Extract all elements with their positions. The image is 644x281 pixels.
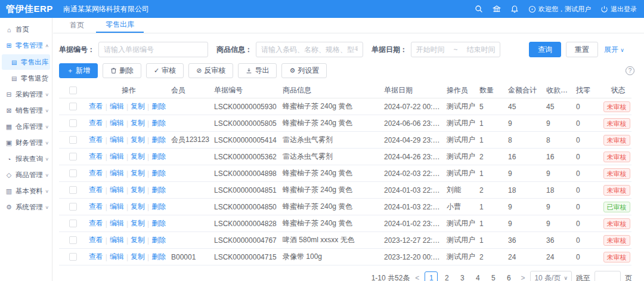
search-icon[interactable] (475, 5, 483, 13)
sidebar-item-基本资料[interactable]: ▥基本资料∨ (0, 183, 52, 199)
bill-no-input[interactable] (98, 42, 208, 57)
sidebar-item-零售管理[interactable]: ⊞零售管理∧ (0, 38, 52, 54)
help-icon[interactable]: ? (626, 66, 634, 75)
row-action-copy[interactable]: 复制 (131, 135, 145, 145)
sidebar-item-商品管理[interactable]: ◇商品管理∨ (0, 167, 52, 183)
product-info-input[interactable] (256, 42, 363, 57)
row-action-view[interactable]: 查看 (89, 135, 103, 145)
row-checkbox[interactable] (69, 103, 77, 110)
row-action-view[interactable]: 查看 (89, 202, 103, 212)
action-separator: | (106, 169, 107, 178)
row-qty: 1 (476, 169, 505, 178)
row-action-delete[interactable]: 删除 (151, 135, 166, 145)
jump-page-input[interactable] (595, 271, 621, 281)
add-button[interactable]: ＋ 新增 (59, 63, 98, 78)
user-welcome[interactable]: 欢迎您，测试用户 (528, 5, 591, 14)
row-action-view[interactable]: 查看 (89, 252, 103, 262)
row-action-copy[interactable]: 复制 (131, 101, 145, 112)
row-action-view[interactable]: 查看 (89, 101, 103, 112)
sidebar-item-销售管理[interactable]: ⊠销售管理∨ (0, 103, 52, 119)
row-action-copy[interactable]: 复制 (131, 118, 145, 128)
row-checkbox[interactable] (69, 169, 77, 177)
row-action-edit[interactable]: 编辑 (110, 235, 124, 245)
row-checkbox[interactable] (69, 236, 77, 244)
sidebar-item-首页[interactable]: ⌂首页 (0, 21, 52, 38)
sidebar-subitem-零售出库[interactable]: ▤零售出库 (2, 54, 50, 70)
row-action-view[interactable]: 查看 (89, 118, 103, 128)
expand-toggle[interactable]: 展开 ∨ (604, 45, 624, 55)
row-checkbox[interactable] (69, 136, 77, 144)
sidebar-item-仓库管理[interactable]: ▦仓库管理∨ (0, 119, 52, 135)
row-action-delete[interactable]: 删除 (151, 168, 166, 178)
row-action-copy[interactable]: 复制 (131, 152, 145, 162)
page-number-4[interactable]: 4 (471, 271, 484, 281)
row-checkbox[interactable] (69, 186, 77, 194)
delete-button[interactable]: 删除 (103, 63, 141, 78)
warehouse-icon: ▦ (5, 123, 13, 131)
row-action-edit[interactable]: 编辑 (110, 202, 124, 212)
row-action-view[interactable]: 查看 (89, 152, 103, 162)
row-action-delete[interactable]: 删除 (151, 101, 166, 112)
row-action-delete[interactable]: 删除 (151, 202, 166, 212)
bell-icon[interactable] (510, 5, 519, 13)
page-size-select[interactable]: 10 条/页 ∨ (530, 271, 572, 281)
export-button[interactable]: 导出 (238, 63, 277, 78)
row-action-delete[interactable]: 删除 (151, 118, 166, 128)
page-number-1[interactable]: 1 (425, 271, 438, 281)
search-button[interactable]: 查询 (529, 42, 561, 57)
row-action-edit[interactable]: 编辑 (110, 118, 124, 128)
tab-home[interactable]: 首页 (60, 18, 94, 33)
row-action-copy[interactable]: 复制 (131, 218, 145, 228)
date-range-picker[interactable]: 开始时间 ~ 结束时间 (411, 42, 500, 57)
row-action-copy[interactable]: 复制 (131, 185, 145, 195)
row-action-view[interactable]: 查看 (89, 235, 103, 245)
row-checkbox[interactable] (69, 119, 77, 127)
action-separator: | (147, 203, 149, 211)
row-action-edit[interactable]: 编辑 (110, 152, 124, 162)
row-checkbox[interactable] (69, 253, 77, 261)
prev-page-button[interactable]: < (414, 274, 420, 281)
bank-icon[interactable] (493, 5, 501, 13)
row-checkbox[interactable] (69, 153, 77, 160)
tab-retail-outbound[interactable]: 零售出库 (96, 18, 144, 33)
row-action-delete[interactable]: 删除 (151, 185, 166, 195)
row-action-copy[interactable]: 复制 (131, 202, 145, 212)
row-action-delete[interactable]: 删除 (151, 218, 166, 228)
page-number-2[interactable]: 2 (440, 271, 453, 281)
audit-button[interactable]: ✓ 审核 (146, 63, 184, 78)
logout-button[interactable]: 退出登录 (600, 5, 637, 14)
page-number-5[interactable]: 5 (487, 271, 500, 281)
row-action-copy[interactable]: 复制 (131, 168, 145, 178)
row-date: 2024-02-03 22:08:28 (381, 169, 444, 178)
page-number-6[interactable]: 6 (502, 271, 515, 281)
unaudit-button[interactable]: ⊘ 反审核 (188, 63, 233, 78)
row-action-view[interactable]: 查看 (89, 185, 103, 195)
row-checkbox[interactable] (69, 203, 77, 211)
row-action-edit[interactable]: 编辑 (110, 101, 124, 112)
next-page-button[interactable]: > (519, 274, 526, 281)
cart-icon: ⊟ (5, 91, 13, 98)
row-action-edit[interactable]: 编辑 (110, 252, 124, 262)
row-action-view[interactable]: 查看 (89, 168, 103, 178)
row-action-delete[interactable]: 删除 (151, 152, 166, 162)
row-action-copy[interactable]: 复制 (131, 252, 145, 262)
row-action-edit[interactable]: 编辑 (110, 135, 124, 145)
row-action-delete[interactable]: 删除 (151, 252, 166, 262)
row-action-copy[interactable]: 复制 (131, 235, 145, 245)
row-checkbox[interactable] (69, 220, 77, 227)
table-row: 查看|编辑|复制|删除会员123123LSCK00000005414雷达杀虫气雾… (59, 132, 631, 149)
page-number-3[interactable]: 3 (456, 271, 469, 281)
column-settings-button[interactable]: ⚙ 列设置 (281, 63, 327, 78)
sidebar-item-系统管理[interactable]: ⚙系统管理∨ (0, 199, 52, 215)
row-action-edit[interactable]: 编辑 (110, 168, 124, 178)
sidebar-subitem-零售退货[interactable]: ▤零售退货 (2, 70, 50, 86)
sidebar-item-财务管理[interactable]: ▣财务管理∨ (0, 135, 52, 151)
reset-button[interactable]: 重置 (566, 42, 598, 57)
sidebar-item-采购管理[interactable]: ⊟采购管理∨ (0, 87, 52, 103)
sidebar-item-报表查询[interactable]: ◔报表查询∨ (0, 151, 52, 167)
row-action-edit[interactable]: 编辑 (110, 218, 124, 228)
select-all-checkbox[interactable] (69, 87, 77, 94)
row-action-view[interactable]: 查看 (89, 218, 103, 228)
row-action-edit[interactable]: 编辑 (110, 185, 124, 195)
row-action-delete[interactable]: 删除 (151, 235, 166, 245)
